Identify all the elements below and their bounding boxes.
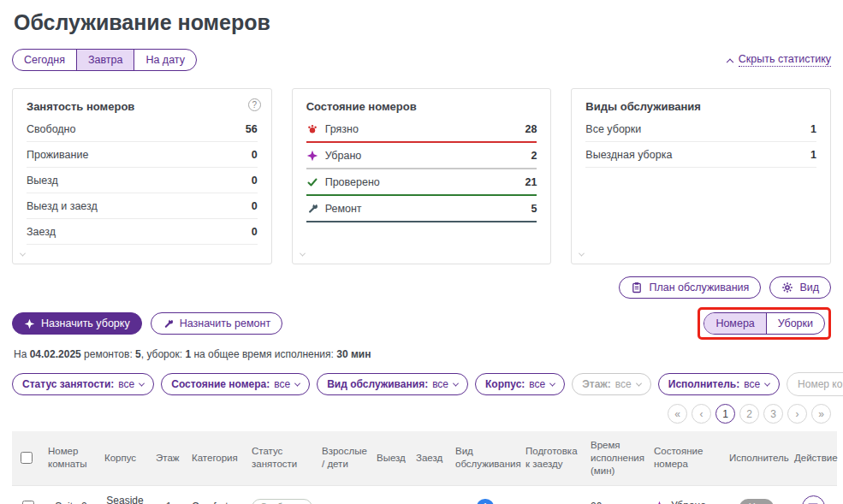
filter-room-condition[interactable]: Состояние номера: все: [161, 373, 310, 395]
checkout-value: —: [371, 485, 411, 504]
stat-row-checkout-cleaning: Выездная уборка 1: [585, 142, 816, 168]
mode-tabs: Номера Уборки: [703, 312, 825, 335]
stat-row-dirty: Грязно 28: [306, 116, 537, 143]
occupancy-card-title: Занятость номеров: [27, 100, 258, 113]
service-count-badge[interactable]: 1: [477, 499, 494, 504]
rooms-table: Номер комнаты Корпус Этаж Категория Стат…: [12, 431, 837, 504]
pagination-last[interactable]: »: [811, 404, 831, 424]
category-name: Comfort: [187, 485, 246, 504]
stat-row-cleaned: Убрано 2: [306, 143, 537, 169]
card-resize-icon: [300, 246, 305, 259]
pagination-next[interactable]: ›: [787, 404, 807, 424]
stat-row-checked: Проверено 21: [306, 169, 537, 196]
col-executor: Исполнитель: [724, 431, 789, 485]
col-service-type: Вид обслуживания: [450, 431, 520, 485]
pagination: « ‹ 1 2 3 › »: [12, 404, 831, 424]
topbar: Сегодня Завтра На дату Скрыть статистику: [12, 49, 831, 71]
col-adults-children: Взрослые / дети: [317, 431, 371, 485]
select-all-checkbox[interactable]: [21, 452, 33, 464]
tab-cleanings[interactable]: Уборки: [766, 313, 824, 334]
col-arrival-prep: Подготовка к заезду: [520, 431, 585, 485]
stat-row-repair: Ремонт 5: [306, 196, 537, 222]
service-types-card-title: Виды обслуживания: [585, 100, 816, 113]
filter-service-type[interactable]: Вид обслуживания: все: [317, 373, 468, 395]
stat-row-all-cleanings: Все уборки 1: [585, 116, 816, 142]
tab-rooms[interactable]: Номера: [704, 313, 765, 334]
col-checkin: Заезд: [411, 431, 450, 485]
actions-row: Назначить уборку Назначить ремонт Номера…: [12, 307, 831, 340]
chevron-up-icon: [727, 59, 733, 66]
col-action: Действие: [789, 431, 837, 485]
tab-on-date[interactable]: На дату: [134, 50, 196, 70]
chevron-down-icon: [453, 380, 459, 386]
tab-tomorrow[interactable]: Завтра: [76, 50, 134, 70]
room-name: Suite 2: [43, 485, 99, 504]
preparation-value: [520, 485, 585, 504]
tab-today[interactable]: Сегодня: [13, 50, 76, 70]
building-name: Seaside villa: [99, 485, 151, 504]
view-button[interactable]: Вид: [769, 276, 831, 299]
stat-row-stay: Проживание 0: [27, 142, 258, 168]
condition-card-title: Состояние номеров: [306, 100, 537, 113]
filter-executor[interactable]: Исполнитель: все: [658, 373, 780, 395]
assign-repair-button[interactable]: Назначить ремонт: [151, 312, 282, 335]
occupancy-status-badge: Свободно: [252, 499, 312, 504]
service-plan-button[interactable]: План обслуживания: [619, 276, 761, 299]
help-icon[interactable]: ?: [248, 98, 261, 111]
duration-value: 20: [585, 485, 649, 504]
executor-badge: Нет: [739, 499, 775, 504]
col-category: Категория: [187, 431, 246, 485]
cleaned-icon: [654, 501, 665, 504]
checked-icon: [306, 176, 318, 188]
filter-occupancy-status[interactable]: Статус занятости: все: [12, 373, 154, 395]
pagination-page-2[interactable]: 2: [739, 404, 759, 424]
col-checkout: Выезд: [371, 431, 411, 485]
page-title: Обслуживание номеров: [14, 10, 829, 35]
date-tabs: Сегодня Завтра На дату: [12, 49, 197, 71]
clipboard-icon: [631, 282, 643, 294]
chevron-down-icon: [139, 380, 145, 386]
housekeeping-page: Обслуживание номеров Сегодня Завтра На д…: [0, 0, 843, 504]
pagination-page-1[interactable]: 1: [715, 404, 735, 424]
chevron-down-icon: [549, 380, 555, 386]
filter-floor[interactable]: Этаж: все: [572, 373, 651, 395]
stat-row-checkout-checkin: Выезд и заезд 0: [27, 193, 258, 219]
hide-statistics-label: Скрыть статистику: [739, 53, 831, 67]
table-row: Suite 2 Seaside villa 1 Comfort Свободно…: [12, 485, 837, 504]
filter-row: Статус занятости: все Состояние номера: …: [12, 372, 831, 396]
hide-statistics-link[interactable]: Скрыть статистику: [727, 53, 831, 67]
col-building: Корпус: [99, 431, 151, 485]
room-search: [787, 372, 843, 396]
table-header-row: Номер комнаты Корпус Этаж Категория Стат…: [12, 431, 837, 485]
col-condition: Состояние номера: [649, 431, 724, 485]
row-checkbox[interactable]: [22, 501, 34, 504]
pagination-first[interactable]: «: [668, 404, 687, 424]
col-floor: Этаж: [151, 431, 187, 485]
chevron-down-icon: [764, 380, 770, 386]
adults-children-value: —: [317, 485, 371, 504]
service-types-card: Виды обслуживания Все уборки 1 Выездная …: [571, 88, 831, 264]
red-annotation-box: Номера Уборки: [698, 307, 831, 340]
card-resize-icon: [579, 246, 584, 259]
assign-cleaning-button[interactable]: Назначить уборку: [12, 312, 142, 335]
condition-card: Состояние номеров Грязно 28 Убрано 2 Про…: [292, 88, 552, 264]
cleaning-icon: [24, 318, 35, 329]
col-duration: Время исполнения (мин): [585, 431, 649, 485]
room-number-input[interactable]: [787, 372, 843, 396]
cleaned-icon: [306, 150, 318, 162]
stat-row-checkin: Заезд 0: [27, 219, 258, 245]
wrench-icon: [163, 318, 174, 329]
chevron-down-icon: [636, 380, 642, 386]
pagination-prev[interactable]: ‹: [692, 404, 711, 424]
filter-building[interactable]: Корпус: все: [475, 373, 565, 395]
statistics-cards: Занятость номеров ? Свободно 56 Проживан…: [12, 88, 831, 264]
gear-icon: [781, 282, 793, 294]
secondary-toolbar: План обслуживания Вид: [12, 276, 831, 299]
condition-label: Убрано: [671, 500, 706, 504]
row-actions-button[interactable]: [802, 495, 825, 504]
col-room: Номер комнаты: [43, 431, 99, 485]
daily-summary: На 04.02.2025 ремонтов: 5, уборок: 1 на …: [14, 348, 829, 360]
chevron-down-icon: [294, 380, 300, 386]
pagination-page-3[interactable]: 3: [763, 404, 783, 424]
checkin-value: —: [411, 485, 450, 504]
